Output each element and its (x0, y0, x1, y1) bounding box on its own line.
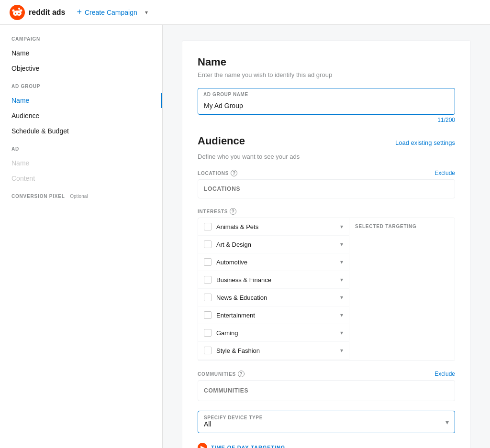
communities-input[interactable] (198, 380, 455, 401)
sidebar-item-adgroup-schedule-label: Schedule & Budget (11, 127, 69, 135)
device-type-select-value: All (204, 420, 449, 428)
sidebar-item-campaign-name[interactable]: Name (0, 45, 162, 61)
create-campaign-label: Create Campaign (85, 9, 137, 16)
load-existing-settings-link[interactable]: Load existing settings (395, 139, 455, 146)
audience-header: Audience Load existing settings (198, 135, 455, 150)
sidebar-item-campaign-objective[interactable]: Objective (0, 61, 162, 76)
interest-gaming-checkbox[interactable] (204, 329, 212, 337)
sidebar-item-campaign-objective-label: Objective (11, 65, 39, 72)
interest-business-finance-checkbox[interactable] (204, 276, 212, 284)
conversion-section-label: Conversion Pixel Optional (0, 194, 162, 199)
interest-automotive[interactable]: Automotive ▾ (198, 253, 349, 271)
communities-label-row: COMMUNITIES ? Exclude (198, 371, 455, 377)
locations-label-text: LOCATIONS (198, 171, 229, 176)
interest-business-finance-chevron-icon: ▾ (340, 276, 343, 283)
reddit-logo-icon (10, 5, 25, 20)
communities-exclude-link[interactable]: Exclude (434, 371, 455, 377)
interests-list: Animals & Pets ▾ Art & Design ▾ Automoti… (198, 218, 349, 361)
communities-label-text: COMMUNITIES (198, 372, 236, 377)
interest-business-finance-label: Business & Finance (216, 276, 340, 284)
ad-group-name-label: AD GROUP NAME (203, 92, 248, 97)
interest-style-fashion-label: Style & Fashion (216, 347, 340, 354)
sidebar-item-ad-name-label: Name (11, 159, 29, 167)
device-type-dropdown-icon: ▾ (445, 418, 449, 426)
header: reddit ads + Create Campaign ▾ (0, 0, 490, 25)
sidebar-item-adgroup-name-label: Name (11, 97, 29, 104)
selected-targeting-panel: SELECTED TARGETING (349, 218, 455, 361)
time-of-day-label: TIME OF DAY TARGETING (211, 445, 285, 448)
device-type-select-wrapper[interactable]: SPECIFY DEVICE TYPE All ▾ (198, 411, 455, 433)
create-campaign-button[interactable]: + Create Campaign (77, 7, 137, 17)
ad-group-name-input-group: AD GROUP NAME (198, 88, 455, 115)
interests-box: Animals & Pets ▾ Art & Design ▾ Automoti… (198, 218, 455, 361)
locations-field-label: LOCATIONS ? (198, 170, 237, 176)
sidebar-item-ad-name: Name (0, 155, 162, 171)
name-section-subtitle: Enter the name you wish to identify this… (198, 71, 455, 78)
time-of-day-row[interactable]: ▶ TIME OF DAY TARGETING (198, 443, 455, 448)
device-type-select-inner: SPECIFY DEVICE TYPE All (198, 411, 455, 433)
header-dropdown-arrow-icon[interactable]: ▾ (145, 9, 148, 16)
sidebar-item-ad-content-label: Content (11, 175, 35, 182)
interest-art-design-checkbox[interactable] (204, 240, 212, 248)
interest-news-education-label: News & Education (216, 294, 340, 301)
plus-icon: + (77, 7, 82, 17)
interest-automotive-chevron-icon: ▾ (340, 259, 343, 265)
interest-gaming-label: Gaming (216, 329, 340, 337)
audience-section-title: Audience (198, 135, 245, 147)
interest-food-drink[interactable]: Food & Drink ▾ (198, 360, 349, 361)
communities-help-icon[interactable]: ? (238, 371, 245, 377)
svg-point-6 (18, 8, 20, 10)
interests-label-row: INTERESTS ? (198, 208, 455, 215)
interest-style-fashion[interactable]: Style & Fashion ▾ (198, 342, 349, 360)
interest-news-education-checkbox[interactable] (204, 294, 212, 301)
interest-gaming[interactable]: Gaming ▾ (198, 324, 349, 342)
sidebar-item-adgroup-name[interactable]: Name (0, 93, 162, 108)
svg-point-4 (20, 9, 22, 11)
selected-targeting-label: SELECTED TARGETING (355, 224, 449, 229)
sidebar-item-ad-content: Content (0, 171, 162, 186)
brand-name: reddit ads (29, 8, 65, 17)
interest-news-education[interactable]: News & Education ▾ (198, 289, 349, 306)
communities-field-label: COMMUNITIES ? (198, 371, 245, 377)
audience-section-subtitle: Define who you want to see your ads (198, 153, 455, 160)
interest-entertainment[interactable]: Entertainment ▾ (198, 306, 349, 324)
interest-style-fashion-checkbox[interactable] (204, 347, 212, 354)
sidebar: Campaign Name Objective Ad Group Name Au… (0, 25, 163, 448)
sidebar-item-adgroup-schedule[interactable]: Schedule & Budget (0, 123, 162, 139)
locations-help-icon[interactable]: ? (231, 170, 237, 176)
name-char-counter: 11/200 (198, 117, 455, 123)
interest-animals-pets-checkbox[interactable] (204, 223, 212, 230)
sidebar-item-adgroup-audience[interactable]: Audience (0, 108, 162, 123)
interests-field-label: INTERESTS ? (198, 208, 236, 215)
logo: reddit ads (10, 5, 65, 20)
main-content: Name Enter the name you wish to identify… (163, 25, 490, 448)
layout: Campaign Name Objective Ad Group Name Au… (0, 25, 490, 448)
interests-help-icon[interactable]: ? (230, 208, 236, 215)
interest-art-design[interactable]: Art & Design ▾ (198, 236, 349, 253)
interest-gaming-chevron-icon: ▾ (340, 329, 343, 336)
time-of-day-expand-icon: ▶ (198, 443, 207, 448)
interest-animals-pets[interactable]: Animals & Pets ▾ (198, 218, 349, 236)
locations-input[interactable] (198, 179, 455, 198)
interest-automotive-checkbox[interactable] (204, 258, 212, 266)
interest-animals-pets-label: Animals & Pets (216, 223, 340, 230)
campaign-section-label: Campaign (0, 36, 162, 42)
interest-entertainment-chevron-icon: ▾ (340, 312, 343, 318)
interest-animals-pets-chevron-icon: ▾ (340, 223, 343, 230)
interest-business-finance[interactable]: Business & Finance ▾ (198, 271, 349, 289)
locations-label-row: LOCATIONS ? Exclude (198, 170, 455, 176)
ad-section-label: Ad (0, 146, 162, 152)
interest-entertainment-checkbox[interactable] (204, 311, 212, 319)
content-box: Name Enter the name you wish to identify… (182, 40, 471, 448)
sidebar-item-campaign-name-label: Name (11, 49, 29, 57)
name-section-title: Name (198, 56, 455, 68)
interest-art-design-label: Art & Design (216, 241, 340, 248)
interest-news-education-chevron-icon: ▾ (340, 294, 343, 301)
interest-art-design-chevron-icon: ▾ (340, 241, 343, 248)
interest-entertainment-label: Entertainment (216, 312, 340, 319)
sidebar-item-adgroup-audience-label: Audience (11, 112, 39, 120)
locations-exclude-link[interactable]: Exclude (434, 170, 455, 176)
interests-label-text: INTERESTS (198, 209, 228, 214)
svg-point-2 (15, 12, 16, 14)
svg-point-3 (18, 12, 20, 14)
